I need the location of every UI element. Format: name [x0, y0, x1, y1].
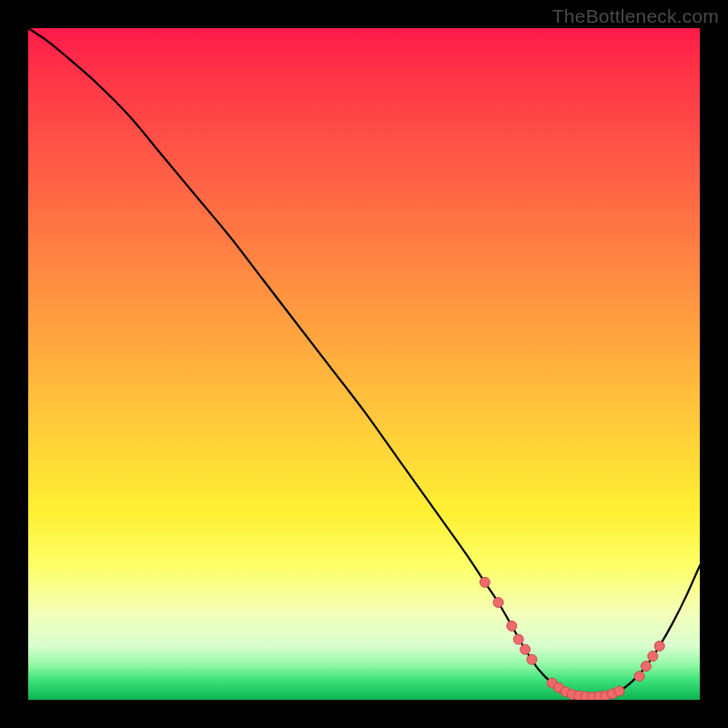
curve-marker — [521, 644, 531, 654]
curve-markers — [480, 577, 664, 700]
curve-marker — [614, 686, 624, 696]
watermark-text: TheBottleneck.com — [552, 5, 719, 27]
curve-marker — [648, 652, 658, 662]
curve-marker — [507, 621, 517, 631]
curve-marker — [513, 634, 523, 644]
plot-area — [28, 28, 700, 700]
curve-svg — [28, 28, 700, 700]
curve-marker — [654, 641, 664, 651]
chart-frame: TheBottleneck.com — [0, 0, 728, 728]
curve-marker — [641, 662, 651, 672]
curve-marker — [480, 577, 490, 587]
curve-marker — [634, 672, 644, 682]
bottleneck-curve — [28, 28, 700, 697]
curve-marker — [493, 597, 503, 607]
curve-marker — [527, 654, 537, 664]
